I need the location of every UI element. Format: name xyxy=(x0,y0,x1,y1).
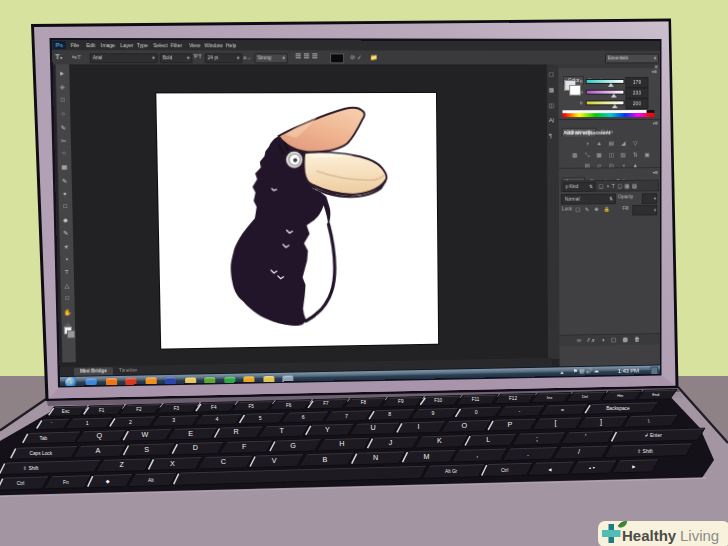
svg-text:Ins: Ins xyxy=(547,395,552,400)
svg-text:3: 3 xyxy=(172,417,175,423)
svg-text:Del: Del xyxy=(582,394,588,399)
svg-text:◆: ◆ xyxy=(106,478,110,484)
svg-text:F12: F12 xyxy=(509,396,517,401)
svg-text:F9: F9 xyxy=(398,399,404,404)
svg-text:Backspace: Backspace xyxy=(606,406,630,411)
svg-text:F3: F3 xyxy=(174,406,180,411)
svg-text:Hm: Hm xyxy=(617,393,624,398)
svg-text:W: W xyxy=(142,430,149,439)
svg-text:8: 8 xyxy=(388,411,391,417)
svg-text:Ctrl: Ctrl xyxy=(17,481,24,486)
svg-text:S: S xyxy=(144,445,149,454)
svg-text:↲ Enter: ↲ Enter xyxy=(644,432,662,438)
svg-text:▲▼: ▲▼ xyxy=(588,466,595,470)
svg-text:6: 6 xyxy=(302,414,305,420)
svg-text:5: 5 xyxy=(259,415,262,421)
svg-text:⇧ Shift: ⇧ Shift xyxy=(637,448,653,454)
svg-text:Q: Q xyxy=(97,431,103,440)
svg-text:B: B xyxy=(323,455,328,464)
svg-text:4: 4 xyxy=(215,416,218,422)
svg-text:⇧ Shift: ⇧ Shift xyxy=(23,465,39,471)
svg-text:L: L xyxy=(486,435,490,444)
svg-text:-: - xyxy=(518,408,520,414)
svg-text:Z: Z xyxy=(120,460,125,469)
svg-text:F10: F10 xyxy=(434,398,442,403)
svg-text:A: A xyxy=(95,446,100,455)
svg-text:End: End xyxy=(652,392,659,397)
svg-text:0: 0 xyxy=(475,409,478,415)
svg-text:P: P xyxy=(507,420,512,429)
svg-text:U: U xyxy=(370,423,375,432)
svg-text:=: = xyxy=(561,407,564,413)
svg-text:F1: F1 xyxy=(99,408,105,413)
svg-text:M: M xyxy=(424,452,430,461)
svg-text:T: T xyxy=(280,426,285,435)
svg-text:1: 1 xyxy=(86,420,89,426)
svg-text:F11: F11 xyxy=(472,397,480,402)
svg-text:I: I xyxy=(418,422,420,431)
svg-text:O: O xyxy=(461,421,467,430)
svg-text:Healthy: Healthy xyxy=(622,527,677,544)
svg-text:Alt Gr: Alt Gr xyxy=(445,469,458,474)
svg-text:G: G xyxy=(290,441,296,450)
svg-text:Fn: Fn xyxy=(63,480,69,485)
svg-text:Ctrl: Ctrl xyxy=(501,468,508,473)
svg-text:J: J xyxy=(389,438,393,447)
svg-text:Y: Y xyxy=(325,425,330,434)
svg-text:/: / xyxy=(578,447,580,456)
svg-text:F: F xyxy=(242,442,247,451)
svg-text:F5: F5 xyxy=(249,404,255,409)
svg-text:X: X xyxy=(170,459,175,468)
svg-text:E: E xyxy=(188,429,193,438)
svg-text:9: 9 xyxy=(431,410,434,416)
svg-text:C: C xyxy=(221,457,226,466)
svg-text:H: H xyxy=(339,439,344,448)
svg-text:Living: Living xyxy=(680,527,719,544)
svg-text:F4: F4 xyxy=(211,405,217,410)
svg-text:[: [ xyxy=(554,418,556,427)
svg-text:N: N xyxy=(373,453,378,462)
svg-text:D: D xyxy=(193,443,198,452)
svg-text:Alt: Alt xyxy=(148,478,154,483)
svg-text:R: R xyxy=(234,427,239,436)
svg-text:F8: F8 xyxy=(361,400,367,405)
svg-text:.: . xyxy=(527,449,529,458)
svg-text:Caps Lock: Caps Lock xyxy=(29,451,52,456)
svg-text:;: ; xyxy=(536,434,538,443)
svg-text:F7: F7 xyxy=(323,401,329,406)
svg-text:F6: F6 xyxy=(286,403,292,408)
svg-text:]: ] xyxy=(600,417,602,426)
svg-text:Esc: Esc xyxy=(62,409,70,414)
svg-text:7: 7 xyxy=(345,413,348,419)
svg-text:2: 2 xyxy=(129,419,132,425)
svg-text:K: K xyxy=(437,436,442,445)
svg-text:F2: F2 xyxy=(136,407,142,412)
svg-text:V: V xyxy=(272,456,277,465)
svg-text:Tab: Tab xyxy=(40,436,48,441)
svg-text:,: , xyxy=(476,450,478,459)
